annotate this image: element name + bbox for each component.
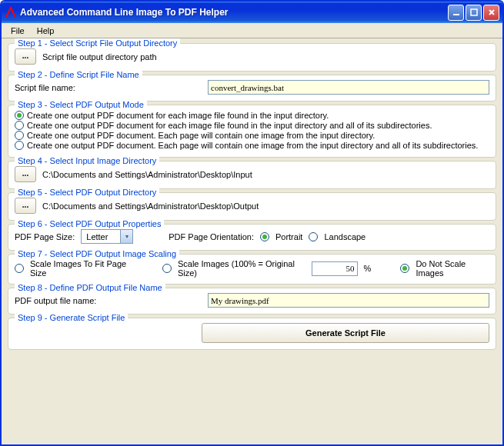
scale-none-radio[interactable] bbox=[400, 264, 409, 273]
step5-title: Step 5 - Select PDF Output Directory bbox=[15, 188, 159, 197]
menubar: File Help bbox=[2, 23, 502, 38]
pct-suffix: % bbox=[364, 264, 372, 273]
minimize-button[interactable] bbox=[448, 5, 464, 21]
step3-group: Step 3 - Select PDF Output Mode Create o… bbox=[8, 105, 496, 158]
orientation-label: PDF Page Orientation: bbox=[169, 232, 254, 241]
step1-path-label: Script file output directory path bbox=[42, 52, 157, 62]
svg-rect-0 bbox=[453, 14, 459, 15]
step3-radio-2[interactable] bbox=[15, 121, 24, 130]
step7-title: Step 7 - Select PDF Output Image Scaling bbox=[15, 249, 179, 258]
step4-title: Step 4 - Select Input Image Directory bbox=[15, 156, 159, 165]
app-icon bbox=[5, 6, 17, 18]
page-size-label: PDF Page Size: bbox=[15, 232, 75, 241]
window-controls bbox=[448, 5, 499, 21]
step3-radio-3[interactable] bbox=[15, 131, 24, 140]
step5-browse-button[interactable]: ... bbox=[15, 198, 36, 214]
scale-none-label: Do Not Scale Images bbox=[416, 259, 489, 278]
step3-opt4-label: Create one output PDF document. Each pag… bbox=[27, 141, 478, 150]
step3-title: Step 3 - Select PDF Output Mode bbox=[15, 100, 147, 109]
page-size-value: Letter bbox=[82, 231, 120, 242]
step6-title: Step 6 - Select PDF Output Properties bbox=[15, 219, 164, 228]
scale-pct-radio[interactable] bbox=[162, 264, 172, 273]
scale-pct-label: Scale Images (100% = Original Size) bbox=[178, 259, 305, 278]
scale-fit-label: Scale Images To Fit Page Size bbox=[30, 259, 136, 278]
step2-group: Step 2 - Define Script File Name Script … bbox=[8, 75, 496, 102]
step9-title: Step 9 - Generate Script File bbox=[15, 313, 128, 322]
menu-help[interactable]: Help bbox=[31, 25, 61, 37]
step9-group: Step 9 - Generate Script File Generate S… bbox=[8, 318, 496, 350]
pdf-output-file-name-input[interactable] bbox=[208, 293, 489, 308]
step1-group: Step 1 - Select Script File Output Direc… bbox=[8, 43, 496, 72]
main-window: Advanced Command Line Image To PDF Helpe… bbox=[0, 0, 504, 446]
step8-label: PDF output file name: bbox=[15, 296, 115, 305]
step3-radio-1[interactable] bbox=[15, 111, 24, 120]
step3-radio-4[interactable] bbox=[15, 141, 24, 150]
page-size-select[interactable]: Letter bbox=[81, 229, 133, 244]
content-area: Step 1 - Select Script File Output Direc… bbox=[2, 38, 502, 444]
scale-pct-input[interactable] bbox=[312, 261, 358, 276]
step1-title: Step 1 - Select Script File Output Direc… bbox=[15, 38, 180, 48]
step4-group: Step 4 - Select Input Image Directory ..… bbox=[8, 161, 496, 189]
maximize-button[interactable] bbox=[466, 5, 482, 21]
step8-group: Step 8 - Define PDF Output File Name PDF… bbox=[8, 288, 496, 315]
portrait-label: Portrait bbox=[275, 232, 302, 241]
step7-group: Step 7 - Select PDF Output Image Scaling… bbox=[8, 254, 496, 285]
step4-browse-button[interactable]: ... bbox=[15, 166, 36, 182]
scale-fit-radio[interactable] bbox=[15, 264, 24, 273]
window-title: Advanced Command Line Image To PDF Helpe… bbox=[20, 7, 448, 18]
step3-opt2-label: Create one output PDF document for each … bbox=[27, 121, 432, 130]
script-file-name-input[interactable] bbox=[208, 80, 489, 95]
generate-script-button[interactable]: Generate Script File bbox=[202, 323, 489, 343]
step4-path-label: C:\Documents and Settings\Administrator\… bbox=[42, 170, 252, 179]
step5-path-label: C:\Documents and Settings\Administrator\… bbox=[42, 201, 259, 211]
step3-opt3-label: Create one output PDF document. Each pag… bbox=[27, 131, 375, 140]
close-button[interactable] bbox=[483, 5, 499, 21]
step8-title: Step 8 - Define PDF Output File Name bbox=[15, 283, 165, 292]
chevron-down-icon bbox=[120, 230, 132, 243]
step1-browse-button[interactable]: ... bbox=[15, 48, 36, 65]
step2-label: Script file name: bbox=[15, 83, 115, 92]
landscape-radio[interactable] bbox=[309, 232, 318, 241]
menu-file[interactable]: File bbox=[5, 25, 31, 37]
titlebar: Advanced Command Line Image To PDF Helpe… bbox=[2, 2, 502, 23]
svg-rect-1 bbox=[471, 9, 477, 15]
step6-group: Step 6 - Select PDF Output Properties PD… bbox=[8, 224, 496, 251]
portrait-radio[interactable] bbox=[260, 232, 269, 241]
step5-group: Step 5 - Select PDF Output Directory ...… bbox=[8, 192, 496, 221]
step2-title: Step 2 - Define Script File Name bbox=[15, 70, 142, 79]
step3-opt1-label: Create one output PDF document for each … bbox=[27, 111, 329, 120]
landscape-label: Landscape bbox=[324, 232, 365, 241]
